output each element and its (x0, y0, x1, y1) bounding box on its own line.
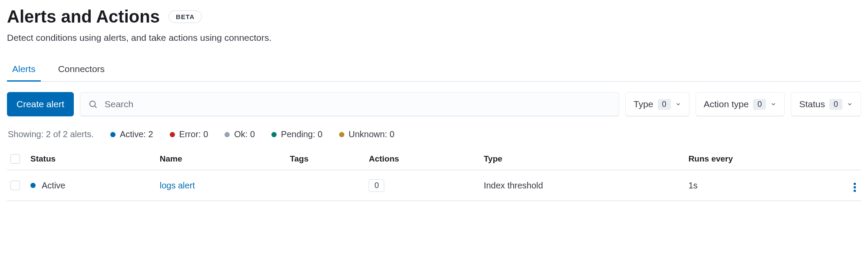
row-type: Index threshold (484, 181, 543, 190)
status-summary-row: Showing: 2 of 2 alerts. Active: 2 Error:… (7, 129, 861, 139)
col-type[interactable]: Type (480, 150, 685, 170)
dot-icon (170, 132, 175, 137)
page-subtitle: Detect conditions using alerts, and take… (7, 33, 861, 43)
filter-type-button[interactable]: Type 0 (625, 92, 690, 116)
col-tags[interactable]: Tags (287, 150, 366, 170)
beta-badge: BETA (168, 10, 202, 23)
select-all-checkbox[interactable] (10, 154, 20, 164)
search-field-wrapper (80, 92, 619, 116)
search-input[interactable] (98, 99, 611, 109)
dot-icon (30, 183, 36, 188)
table-row: Active logs alert 0 Index threshold 1s (7, 170, 861, 201)
dot-icon (271, 132, 277, 137)
status-summary-pending: Pending: 0 (271, 129, 323, 139)
filter-action-type-button[interactable]: Action type 0 (696, 92, 785, 116)
col-runs-every[interactable]: Runs every (685, 150, 844, 170)
filter-status-button[interactable]: Status 0 (791, 92, 861, 116)
row-actions-menu[interactable] (852, 181, 858, 194)
alerts-table: Status Name Tags Actions Type Runs every… (7, 150, 861, 201)
search-icon (88, 99, 98, 109)
chevron-down-icon (770, 101, 776, 107)
filter-action-type-count: 0 (753, 99, 766, 110)
filter-type-label: Type (634, 99, 653, 109)
row-checkbox[interactable] (10, 181, 20, 190)
dot-icon (339, 132, 344, 137)
filter-action-type-label: Action type (704, 99, 749, 109)
dot-icon (224, 132, 230, 137)
create-alert-button[interactable]: Create alert (7, 92, 74, 116)
filter-status-label: Status (799, 99, 825, 109)
dot-icon (110, 132, 116, 137)
filter-status-count: 0 (829, 99, 842, 110)
status-summary-ok: Ok: 0 (224, 129, 255, 139)
row-actions-count: 0 (369, 179, 384, 192)
svg-line-1 (95, 106, 96, 108)
row-runs-every: 1s (688, 181, 697, 190)
svg-point-0 (89, 101, 95, 107)
chevron-down-icon (847, 101, 853, 107)
showing-text: Showing: 2 of 2 alerts. (8, 129, 94, 139)
status-summary-active: Active: 2 (110, 129, 153, 139)
chevron-down-icon (675, 101, 681, 107)
status-summary-unknown: Unknown: 0 (339, 129, 395, 139)
col-status[interactable]: Status (27, 150, 156, 170)
col-actions[interactable]: Actions (365, 150, 480, 170)
row-status-label: Active (42, 181, 65, 191)
status-summary-error: Error: 0 (170, 129, 208, 139)
page-title: Alerts and Actions (7, 7, 160, 26)
row-name-link[interactable]: logs alert (160, 181, 195, 190)
filter-type-count: 0 (658, 99, 671, 110)
tabs: Alerts Connectors (7, 60, 861, 82)
col-name[interactable]: Name (156, 150, 287, 170)
tab-connectors[interactable]: Connectors (53, 60, 110, 82)
tab-alerts[interactable]: Alerts (7, 60, 41, 82)
